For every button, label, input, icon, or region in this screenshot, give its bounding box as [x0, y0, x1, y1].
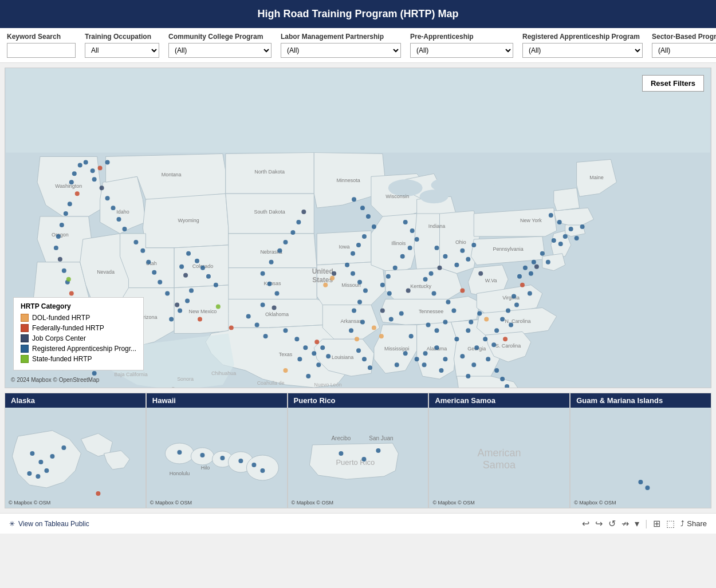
tableau-icon: ✳ — [9, 520, 15, 528]
svg-point-273 — [372, 325, 376, 330]
legend-item-registered: Registered Apprenticeship Progr... — [21, 345, 136, 353]
svg-point-227 — [179, 265, 184, 269]
main-map[interactable]: Washington Oregon California Nevada Idah… — [5, 68, 711, 388]
training-occupation-group: Training Occupation All — [85, 33, 159, 58]
svg-point-149 — [474, 345, 479, 350]
svg-point-175 — [439, 368, 443, 373]
svg-point-274 — [379, 334, 384, 338]
training-occupation-select[interactable]: All — [85, 43, 159, 58]
keyword-search-group: Keyword Search — [7, 33, 76, 58]
svg-point-249 — [58, 257, 62, 262]
svg-text:Minnesota: Minnesota — [336, 177, 360, 183]
svg-text:Tennessee: Tennessee — [419, 309, 443, 314]
svg-point-168 — [395, 362, 399, 367]
svg-point-123 — [506, 308, 510, 313]
svg-text:Zaragoza: Zaragoza — [257, 386, 279, 388]
svg-text:Coahuila de: Coahuila de — [257, 380, 285, 386]
pre-apprenticeship-select[interactable]: (All) — [410, 43, 513, 58]
svg-point-135 — [438, 266, 442, 270]
svg-text:States: States — [312, 276, 333, 284]
svg-point-202 — [312, 351, 316, 356]
svg-text:Maine: Maine — [589, 175, 603, 180]
svg-text:Iowa: Iowa — [339, 244, 350, 250]
legend-swatch-state — [21, 355, 29, 363]
svg-point-288 — [30, 451, 34, 456]
svg-point-215 — [261, 271, 265, 276]
keyword-search-input[interactable] — [7, 43, 76, 58]
svg-text:Ohio: Ohio — [455, 239, 466, 245]
svg-point-207 — [283, 368, 288, 373]
community-college-select[interactable]: (All) — [168, 43, 272, 58]
svg-point-260 — [92, 371, 97, 376]
svg-point-293 — [27, 471, 32, 476]
svg-point-222 — [206, 274, 211, 279]
share-button[interactable]: ⤴ Share — [680, 519, 707, 528]
undo-button[interactable]: ↩ — [582, 518, 589, 529]
svg-rect-321 — [572, 408, 710, 508]
svg-point-138 — [432, 291, 436, 296]
svg-text:Sonora: Sonora — [177, 376, 194, 382]
dropdown-icon[interactable]: ▾ — [635, 518, 639, 529]
svg-marker-45 — [554, 188, 580, 211]
labor-management-select[interactable]: (All) — [281, 43, 401, 58]
registered-apprenticeship-select[interactable]: (All) — [522, 43, 643, 58]
svg-point-276 — [66, 277, 71, 282]
submap-puerto-rico: Puerto Rico Arecibo San Juan Puerto Rico… — [288, 393, 429, 508]
svg-point-192 — [360, 319, 365, 324]
svg-text:Mississippi: Mississippi — [384, 346, 409, 352]
svg-point-315 — [339, 451, 343, 456]
svg-point-157 — [408, 246, 412, 250]
forward-button[interactable]: ↛ — [621, 518, 629, 529]
svg-point-136 — [429, 271, 434, 276]
svg-point-203 — [320, 345, 325, 350]
svg-point-261 — [84, 160, 88, 164]
svg-rect-47 — [6, 68, 710, 152]
svg-text:San Juan: San Juan — [369, 435, 393, 441]
download-button[interactable]: ⬚ — [666, 518, 675, 529]
svg-point-143 — [426, 322, 431, 327]
submap-alaska-attribution: © Mapbox © OSM — [9, 500, 50, 506]
svg-point-201 — [297, 357, 302, 361]
tableau-label: View on Tableau Public — [18, 520, 89, 528]
svg-point-220 — [296, 220, 301, 224]
separator: | — [645, 519, 647, 529]
svg-text:Kentucky: Kentucky — [410, 283, 431, 289]
svg-point-195 — [356, 348, 361, 353]
redo-button[interactable]: ↪ — [595, 518, 603, 529]
svg-text:Indiana: Indiana — [428, 223, 445, 229]
svg-point-184 — [356, 243, 361, 247]
sector-based-group: Sector-Based Program (All) — [652, 33, 716, 58]
svg-point-264 — [105, 160, 110, 164]
revert-button[interactable]: ↺ — [608, 518, 616, 529]
svg-point-146 — [469, 319, 473, 324]
svg-point-167 — [403, 351, 408, 356]
svg-point-159 — [393, 266, 398, 270]
svg-point-265 — [92, 177, 97, 181]
svg-point-109 — [557, 220, 562, 224]
submap-guam-title: Guam & Mariana Islands — [571, 393, 711, 408]
svg-point-279 — [406, 289, 411, 293]
svg-text:Honolulu: Honolulu — [169, 471, 190, 476]
sector-based-select[interactable]: (All) — [652, 43, 716, 58]
submap-american-samoa: American Samoa American Samoa © Mapbox ©… — [428, 393, 570, 508]
svg-text:Wisconsin: Wisconsin — [385, 194, 409, 199]
svg-point-223 — [214, 283, 218, 287]
svg-text:United: United — [312, 267, 333, 275]
reset-filters-button[interactable]: Reset Filters — [642, 75, 704, 92]
svg-point-272 — [330, 276, 335, 281]
svg-point-270 — [122, 227, 127, 231]
sector-based-label: Sector-Based Program — [652, 33, 716, 41]
view-toggle-button[interactable]: ⊞ — [653, 518, 660, 529]
svg-point-246 — [60, 223, 64, 227]
svg-point-104 — [563, 234, 568, 239]
svg-point-186 — [345, 263, 349, 267]
svg-point-128 — [491, 342, 496, 347]
svg-point-291 — [44, 468, 49, 473]
svg-point-280 — [478, 271, 483, 276]
svg-point-224 — [200, 266, 205, 270]
tableau-public-link[interactable]: ✳ View on Tableau Public — [9, 520, 89, 528]
submap-guam-body: © Mapbox © OSM — [571, 408, 711, 508]
svg-point-116 — [523, 266, 528, 270]
svg-point-164 — [389, 317, 394, 321]
svg-point-200 — [303, 345, 308, 350]
